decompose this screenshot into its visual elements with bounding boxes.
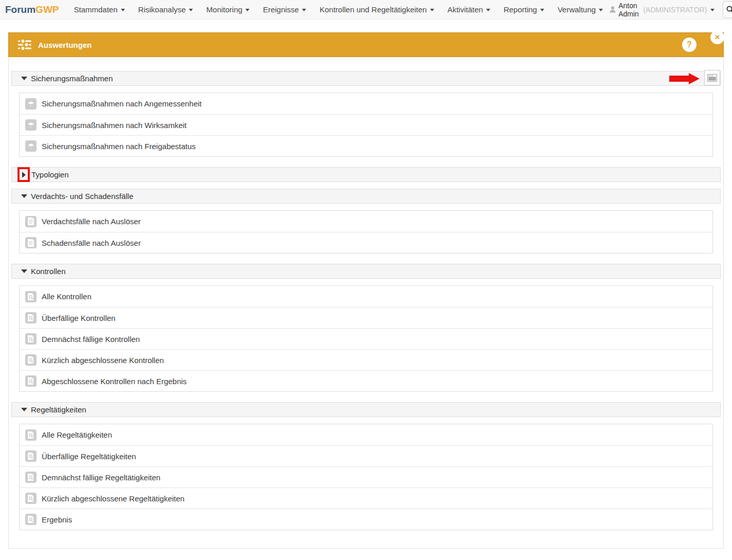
list-item[interactable]: Überfällige Kontrollen [20,307,712,328]
audit-icon [25,429,37,441]
section-header-kontrollen[interactable]: Kontrollen [11,264,721,279]
question-mark-icon: ? [687,40,692,49]
section-header-sicherungsmassnahmen[interactable]: Sicherungsmaßnahmen [11,71,721,86]
section-title: Verdachts- und Schadensfälle [31,192,133,201]
section-title: Sicherungsmaßnahmen [31,74,113,83]
list-item[interactable]: Überfällige Regeltätigkeiten [20,445,712,466]
panel-header: Auswertungen ? ✕ [8,32,724,57]
section-regeltaetigkeiten: Regeltätigkeiten Alle Regeltätigkeiten Ü… [11,402,721,530]
collapse-toggle-icon[interactable] [21,408,27,411]
collapse-toggle-icon[interactable] [21,269,27,273]
list-item-label: Alle Regeltätigkeiten [42,430,112,439]
chevron-down-icon [710,9,715,11]
section-item-list: Alle Regeltätigkeiten Überfällige Regelt… [19,424,713,530]
chevron-down-icon [245,9,249,11]
list-item[interactable]: Ergebnis [20,509,712,530]
nav-item-stammdaten[interactable]: Stammdaten [67,0,132,20]
window-icon [707,74,717,82]
audit-icon [25,472,37,483]
list-item-label: Alle Kontrollen [42,292,92,301]
open-window-button[interactable] [704,70,720,85]
section-title: Kontrollen [31,267,66,276]
list-item-label: Kürzlich abgeschlossene Regeltätigkeiten [42,494,185,503]
magnifier-icon [726,5,732,14]
list-item[interactable]: ☂ Sicherungsmaßnahmen nach Angemessenhei… [20,93,712,114]
collapse-toggle-icon[interactable] [21,194,27,198]
audit-icon [25,493,37,504]
annotation-arrow [669,73,700,84]
nav-item-aktivitaeten[interactable]: Aktivitäten [441,0,497,20]
list-item[interactable]: Schadensfälle nach Auslöser [20,232,712,253]
nav-item-ereignisse[interactable]: Ereignisse [256,0,313,20]
audit-icon [25,514,37,525]
list-item-label: Sicherungsmaßnahmen nach Angemessenheit [42,99,202,108]
list-item[interactable]: Alle Kontrollen [20,286,712,307]
list-item-label: Schadensfälle nach Auslöser [42,239,141,247]
umbrella-icon: ☂ [25,140,37,152]
user-role: (ADMINISTRATOR) [643,6,707,14]
navbar-right: Anton Admin (ADMINISTRATOR) [610,1,732,18]
list-item[interactable]: ☂ Sicherungsmaßnahmen nach Freigabestatu… [20,135,712,156]
chevron-down-icon [540,9,544,11]
audit-icon [25,450,37,462]
nav-item-risikoanalyse[interactable]: Risikoanalyse [132,0,200,20]
sliders-icon [18,39,32,51]
section-item-list: Verdachtsfälle nach Auslöser Schadensfäl… [19,210,713,254]
list-item-label: Demnächst fällige Regeltätigkeiten [42,473,160,482]
search-button[interactable] [723,1,732,18]
list-item[interactable]: Kürzlich abgeschlossene Regeltätigkeiten [20,487,712,509]
chevron-down-icon [189,9,193,11]
audit-icon [25,291,37,302]
list-item-label: Ergebnis [42,515,72,524]
expand-toggle-icon[interactable] [22,172,26,178]
logo-text-gwp: GWP [35,4,59,15]
top-navbar: ForumGWP Stammdaten Risikoanalyse Monito… [0,0,732,20]
audit-icon [25,375,37,387]
person-icon [610,6,616,13]
section-header-typologien[interactable]: Typologien [11,167,721,182]
section-typologien: Typologien [11,167,721,182]
annotation-box [17,167,30,182]
close-icon: ✕ [715,33,720,41]
list-item[interactable]: Demnächst fällige Kontrollen [20,328,712,349]
help-button[interactable]: ? [682,38,697,52]
section-title: Typologien [31,170,69,179]
list-item-label: Sicherungsmaßnahmen nach Wirksamkeit [42,121,187,130]
section-header-verdachts-und-schadensfaelle[interactable]: Verdachts- und Schadensfälle [11,189,721,204]
umbrella-icon: ☂ [25,98,37,110]
section-verdachts-und-schadensfaelle: Verdachts- und Schadensfälle Verdachtsfä… [11,189,721,254]
collapse-toggle-icon[interactable] [21,77,27,80]
chevron-down-icon [302,9,306,11]
chevron-down-icon [599,9,603,11]
section-header-regeltaetigkeiten[interactable]: Regeltätigkeiten [11,402,721,417]
report-icon [25,237,37,248]
chevron-down-icon [430,9,434,11]
user-menu[interactable]: Anton Admin (ADMINISTRATOR) [610,2,715,18]
nav-item-monitoring[interactable]: Monitoring [200,0,256,20]
user-name: Anton Admin [618,2,641,18]
list-item[interactable]: Kürzlich abgeschlossene Kontrollen [20,349,712,370]
report-icon [25,216,37,227]
nav-item-kontrollen-und-regeltaetigkeiten[interactable]: Kontrollen und Regeltätigkeiten [313,0,440,20]
section-title: Regeltätigkeiten [31,405,86,414]
close-button[interactable]: ✕ [710,30,724,44]
section-item-list: Alle Kontrollen Überfällige Kontrollen D… [19,285,713,392]
list-item-label: Abgeschlossene Kontrollen nach Ergebnis [42,377,187,386]
app-logo[interactable]: ForumGWP [5,4,59,15]
chevron-down-icon [486,9,490,11]
umbrella-icon: ☂ [25,119,37,131]
list-item[interactable]: ☂ Sicherungsmaßnahmen nach Wirksamkeit [20,114,712,135]
auswertungen-panel: Auswertungen ? ✕ Sicherungsmaßnahmen ☂ [8,32,724,549]
section-sicherungsmassnahmen: Sicherungsmaßnahmen ☂ Sicherungsmaßnahme… [11,71,721,157]
list-item[interactable]: Alle Regeltätigkeiten [20,424,712,445]
audit-icon [25,333,37,345]
nav-item-verwaltung[interactable]: Verwaltung [551,0,610,20]
chevron-down-icon [121,9,125,11]
logo-text-forum: Forum [5,4,35,15]
list-item[interactable]: Verdachtsfälle nach Auslöser [20,211,712,232]
list-item[interactable]: Abgeschlossene Kontrollen nach Ergebnis [20,370,712,391]
audit-icon [25,312,37,323]
nav-item-reporting[interactable]: Reporting [497,0,551,20]
list-item[interactable]: Demnächst fällige Regeltätigkeiten [20,466,712,487]
list-item-label: Überfällige Kontrollen [42,314,115,322]
